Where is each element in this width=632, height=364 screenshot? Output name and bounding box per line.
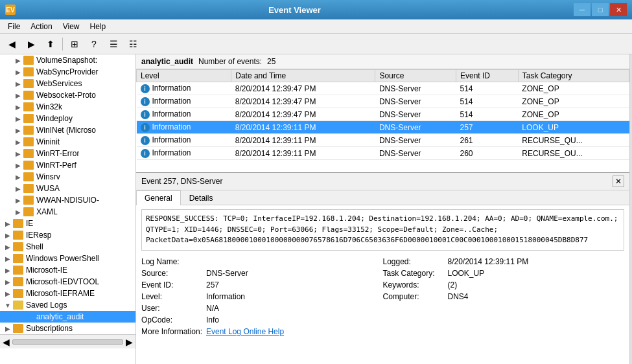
detail-col-left: Log Name: Source: DNS-Server Event ID: 2… xyxy=(141,257,383,339)
label-level: Level: xyxy=(141,292,206,301)
sidebar-item-WabSyncProvider[interactable]: ▶WabSyncProvider xyxy=(0,66,135,78)
table-row[interactable]: iInformation8/20/2014 12:39:11 PMDNS-Ser… xyxy=(137,134,629,147)
sidebar-item-Subscriptions[interactable]: ▶Subscriptions xyxy=(0,323,135,334)
sidebar-item-Wininit[interactable]: ▶Wininit xyxy=(0,136,135,148)
sidebar-item-IE[interactable]: ▶IE xyxy=(0,218,135,229)
sidebar-item-Websocket-Proto[interactable]: ▶Websocket-Proto xyxy=(0,89,135,101)
cell-source: DNS-Server xyxy=(375,134,456,147)
folder-icon-Shell xyxy=(13,242,23,251)
toolbar-help[interactable]: ? xyxy=(85,36,103,52)
events-count-label: Number of events: xyxy=(198,57,262,66)
sidebar-label-WinRT-Error: WinRT-Error xyxy=(36,149,79,158)
menu-action[interactable]: Action xyxy=(25,21,57,32)
sidebar-item-Winsrv[interactable]: ▶Winsrv xyxy=(0,171,135,183)
tree-arrow-Winsrv: ▶ xyxy=(13,174,23,181)
sidebar-item-SavedLogs[interactable]: ▼Saved Logs xyxy=(0,299,135,311)
sidebar-item-Windeploy[interactable]: ▶Windeploy xyxy=(0,113,135,124)
sidebar-item-Shell[interactable]: ▶Shell xyxy=(0,241,135,253)
tab-details[interactable]: Details xyxy=(181,190,222,205)
event-detail-title: Event 257, DNS-Server xyxy=(141,177,222,186)
value-keywords: (2) xyxy=(448,280,458,290)
sidebar-item-WinRT-Perf[interactable]: ▶WinRT-Perf xyxy=(0,159,135,171)
table-row[interactable]: iInformation8/20/2014 12:39:47 PMDNS-Ser… xyxy=(137,95,629,108)
menu-view[interactable]: View xyxy=(58,21,85,32)
sidebar-label-Winsrv: Winsrv xyxy=(36,172,60,181)
tree-arrow-Windeploy: ▶ xyxy=(13,115,23,122)
sidebar-item-MicrosoftIE[interactable]: ▶Microsoft-IE xyxy=(0,264,135,276)
sidebar-label-IEResp: IEResp xyxy=(26,231,51,240)
table-row[interactable]: iInformation8/20/2014 12:39:11 PMDNS-Ser… xyxy=(137,147,629,160)
value-source: DNS-Server xyxy=(206,269,248,278)
menu-file[interactable]: File xyxy=(3,21,25,32)
toolbar-view2[interactable]: ☷ xyxy=(124,36,142,52)
sidebar-item-XAML[interactable]: ▶XAML xyxy=(0,206,135,218)
folder-icon-Win32k xyxy=(23,102,34,111)
folder-icon-IEResp xyxy=(13,231,23,240)
value-opcode: Info xyxy=(206,315,219,324)
maximize-button[interactable]: □ xyxy=(592,3,609,16)
cell-source: DNS-Server xyxy=(375,147,456,160)
folder-icon-Winsrv xyxy=(23,172,34,181)
table-row[interactable]: iInformation8/20/2014 12:39:11 PMDNS-Ser… xyxy=(137,121,629,134)
tab-general[interactable]: General xyxy=(136,190,181,205)
toolbar-view1[interactable]: ☰ xyxy=(104,36,123,52)
events-header: analytic_audit Number of events: 25 xyxy=(136,54,629,69)
sidebar-item-VolumeSnapshot[interactable]: ▶VolumeSnapshot: xyxy=(0,54,135,66)
cell-category: ZONE_OP xyxy=(518,95,629,108)
sidebar-item-MicrosoftIEFRAME[interactable]: ▶Microsoft-IEFRAME xyxy=(0,288,135,299)
cell-eventId: 261 xyxy=(456,134,518,147)
tree-arrow-WinRT-Error: ▶ xyxy=(13,150,23,157)
sidebar-item-WinINet[interactable]: ▶WinINet (Microso xyxy=(0,124,135,136)
sidebar-label-WinRT-Perf: WinRT-Perf xyxy=(36,161,76,170)
label-computer: Computer: xyxy=(383,292,448,301)
sidebar-item-Win32k[interactable]: ▶Win32k xyxy=(0,101,135,113)
sidebar-scroll-left[interactable]: ◀ xyxy=(3,337,10,347)
folder-icon-WinRT-Error xyxy=(23,149,34,158)
sidebar-scroll-right[interactable]: ▶ xyxy=(126,337,133,347)
tabs-container: General Details xyxy=(136,190,629,205)
folder-icon-WinINet xyxy=(23,126,34,135)
sidebar-item-WinRT-Error[interactable]: ▶WinRT-Error xyxy=(0,148,135,159)
cell-category: ZONE_OP xyxy=(518,108,629,121)
sidebar-item-IEResp[interactable]: ▶IEResp xyxy=(0,229,135,241)
folder-icon-MicrosoftIEDVTOOL xyxy=(13,277,23,286)
sidebar-item-MicrosoftIEDVTOOL[interactable]: ▶Microsoft-IEDVTOOL xyxy=(0,276,135,288)
folder-icon-Websocket-Proto xyxy=(23,91,34,100)
events-count-value: 25 xyxy=(267,57,275,66)
table-row[interactable]: iInformation8/20/2014 12:39:47 PMDNS-Ser… xyxy=(137,108,629,121)
tree-arrow-Shell: ▶ xyxy=(3,244,13,251)
tree-arrow-WinINet: ▶ xyxy=(13,127,23,134)
moreinfo-link[interactable]: Event Log Online Help xyxy=(206,327,284,336)
tree-arrow-Win32k: ▶ xyxy=(13,104,23,111)
value-logged: 8/20/2014 12:39:11 PM xyxy=(448,257,529,266)
menu-help[interactable]: Help xyxy=(85,21,111,32)
sidebar-item-WebServices[interactable]: ▶WebServices xyxy=(0,78,135,89)
close-button[interactable]: ✕ xyxy=(610,3,627,16)
toolbar-back[interactable]: ◀ xyxy=(3,36,21,52)
toolbar-show-hide[interactable]: ⊞ xyxy=(65,36,84,52)
detail-row-keywords: Keywords: (2) xyxy=(383,280,625,290)
folder-icon-Wininit xyxy=(23,137,34,146)
tree-arrow-WindowsPowerShell: ▶ xyxy=(3,255,13,262)
event-detail-panel: Event 257, DNS-Server ✕ General Details … xyxy=(136,173,629,364)
sidebar-label-Win32k: Win32k xyxy=(36,102,62,111)
sidebar-item-analytic_audit[interactable]: analytic_audit xyxy=(0,311,135,323)
toolbar-forward[interactable]: ▶ xyxy=(22,36,40,52)
events-table: Level Date and Time Source Event ID Task… xyxy=(136,69,629,160)
col-level: Level xyxy=(137,70,231,82)
info-icon: i xyxy=(141,97,150,106)
sidebar-item-WUSA[interactable]: ▶WUSA xyxy=(0,183,135,194)
events-table-container: Level Date and Time Source Event ID Task… xyxy=(136,69,629,173)
detail-row-source: Source: DNS-Server xyxy=(141,269,383,278)
sidebar-label-analytic_audit: analytic_audit xyxy=(36,312,84,321)
col-source: Source xyxy=(375,70,456,82)
event-detail-close-button[interactable]: ✕ xyxy=(613,176,624,187)
sidebar-item-WindowsPowerShell[interactable]: ▶Windows PowerShell xyxy=(0,253,135,264)
toolbar-up[interactable]: ⬆ xyxy=(41,36,60,52)
label-user: User: xyxy=(141,304,206,313)
minimize-button[interactable]: ─ xyxy=(574,3,591,16)
sidebar-item-WWAN[interactable]: ▶WWAN-NDISUIO- xyxy=(0,194,135,206)
sidebar-label-WUSA: WUSA xyxy=(36,184,60,193)
title-bar-left: EV xyxy=(5,5,16,15)
table-row[interactable]: iInformation8/20/2014 12:39:47 PMDNS-Ser… xyxy=(137,82,629,95)
